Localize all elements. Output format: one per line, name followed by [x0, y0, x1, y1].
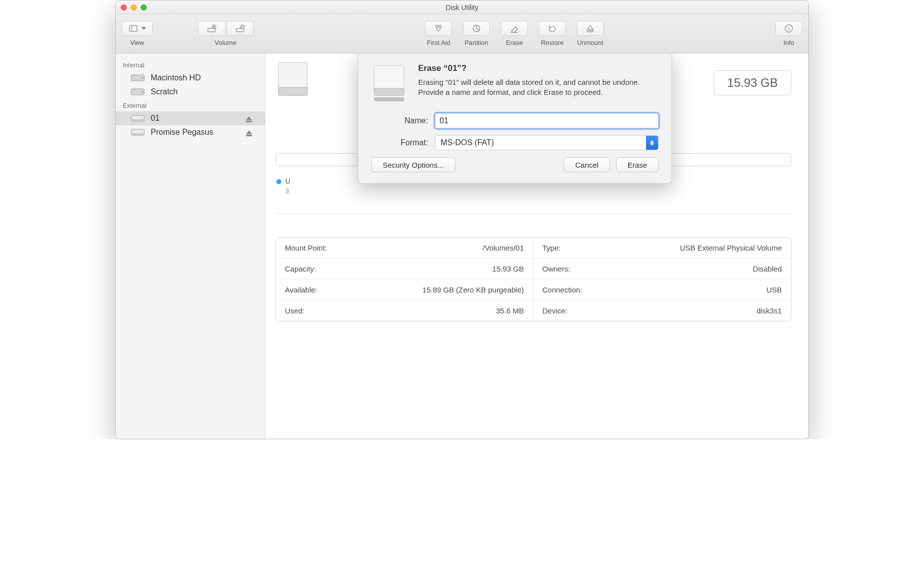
eject-icon[interactable] — [246, 116, 252, 120]
content: Internal Macintosh HD Scratch External 0… — [116, 53, 808, 439]
info-val: 35.6 MB — [496, 306, 524, 315]
external-disk-icon — [131, 114, 145, 123]
hard-disk-icon — [131, 73, 145, 82]
eject-icon[interactable] — [246, 130, 252, 134]
info-label: Info — [783, 39, 794, 46]
sidebar-item-macintosh-hd[interactable]: Macintosh HD — [116, 71, 265, 85]
info-val: /Volumes/01 — [482, 244, 524, 252]
toolbar-view-group: View — [122, 21, 153, 46]
info-val: disk3s1 — [756, 306, 782, 315]
info-key: Type: — [542, 244, 561, 252]
erase-icon — [509, 23, 519, 33]
dialog-actions: Security Options... Cancel Erase — [371, 157, 659, 172]
traffic-lights — [121, 4, 147, 10]
dialog-text-block: Erase “01”? Erasing “01” will delete all… — [418, 63, 659, 103]
sidebar-item-01[interactable]: 01 — [116, 111, 265, 125]
erase-button[interactable] — [501, 21, 528, 36]
sidebar-icon — [128, 23, 138, 33]
unmount-label: Unmount — [577, 39, 604, 46]
dialog-disk-icon — [371, 63, 407, 103]
chevron-down-icon — [141, 27, 146, 30]
sidebar-section-internal: Internal — [116, 58, 265, 71]
info-col-left: Mount Point:/Volumes/01 Capacity:15.93 G… — [276, 238, 533, 321]
info-key: Mount Point: — [285, 244, 327, 252]
first-aid-button[interactable] — [425, 21, 452, 36]
name-label: Name: — [371, 116, 435, 125]
sidebar-item-scratch[interactable]: Scratch — [116, 85, 265, 99]
svg-rect-13 — [587, 30, 593, 31]
toolbar-center: First Aid Partition Erase Restore Unmoun… — [425, 21, 604, 46]
size-badge: 15.93 GB — [714, 70, 791, 95]
info-key: Device: — [542, 306, 567, 315]
dialog-form: Name: Format: MS-DOS (FAT) — [371, 113, 659, 150]
svg-point-18 — [142, 77, 143, 79]
restore-button[interactable] — [539, 21, 566, 36]
divider — [275, 213, 791, 214]
sidebar: Internal Macintosh HD Scratch External 0… — [116, 53, 265, 439]
erase-confirm-button[interactable]: Erase — [616, 157, 659, 172]
unmount-button[interactable] — [577, 21, 604, 36]
hard-disk-icon — [131, 87, 145, 96]
svg-rect-22 — [131, 119, 144, 121]
info-col-right: Type:USB External Physical Volume Owners… — [533, 238, 791, 321]
info-val: Disabled — [753, 265, 782, 273]
svg-rect-26 — [278, 87, 307, 95]
erase-label: Erase — [506, 39, 523, 46]
volume-add-button[interactable] — [198, 21, 225, 36]
sidebar-item-label: Scratch — [151, 87, 178, 96]
partition-icon — [471, 23, 481, 33]
cancel-button[interactable]: Cancel — [564, 157, 610, 172]
name-field[interactable] — [435, 113, 659, 128]
titlebar: Disk Utility — [116, 0, 808, 14]
info-icon — [784, 23, 794, 33]
select-chevron-icon — [646, 136, 658, 150]
erase-dialog: Erase “01”? Erasing “01” will delete all… — [358, 53, 672, 184]
info-button[interactable] — [775, 21, 802, 36]
info-val: USB External Physical Volume — [680, 244, 782, 252]
svg-point-15 — [788, 26, 789, 27]
main-panel: 15.93 GB U 3 Mount Point:/Volumes/01 Cap… — [265, 53, 808, 439]
format-select[interactable]: MS-DOS (FAT) — [435, 135, 659, 150]
view-label: View — [130, 39, 144, 46]
restore-icon — [547, 23, 557, 33]
svg-point-9 — [436, 25, 438, 27]
used-legend-dot — [276, 179, 281, 184]
svg-rect-24 — [131, 133, 144, 135]
used-legend-sub: 3 — [285, 187, 289, 195]
first-aid-label: First Aid — [427, 39, 451, 46]
close-window[interactable] — [121, 4, 127, 10]
toolbar-info-group: Info — [775, 21, 802, 46]
window: Disk Utility View Volume — [115, 0, 809, 439]
dialog-message: Erasing “01” will delete all data stored… — [418, 77, 659, 98]
info-val: 15.93 GB — [492, 265, 524, 273]
volume-remove-button[interactable] — [227, 21, 253, 36]
volume-header-icon — [275, 58, 310, 103]
security-options-button[interactable]: Security Options... — [371, 157, 456, 172]
view-button[interactable] — [122, 21, 153, 36]
info-val: 15.89 GB (Zero KB purgeable) — [423, 286, 524, 294]
info-key: Owners: — [542, 265, 570, 273]
volume-label: Volume — [215, 39, 236, 46]
info-key: Used: — [285, 306, 304, 315]
sidebar-item-label: 01 — [151, 114, 160, 123]
toolbar-volume-group: Volume — [198, 21, 253, 46]
sidebar-item-promise-pegasus[interactable]: Promise Pegasus — [116, 125, 265, 139]
svg-rect-29 — [374, 97, 404, 101]
partition-button[interactable] — [463, 21, 490, 36]
first-aid-icon — [434, 23, 444, 33]
svg-rect-0 — [130, 25, 137, 31]
format-value: MS-DOS (FAT) — [441, 138, 494, 147]
zoom-window[interactable] — [141, 4, 147, 10]
svg-point-10 — [439, 25, 442, 27]
sidebar-section-external: External — [116, 99, 265, 111]
info-grid: Mount Point:/Volumes/01 Capacity:15.93 G… — [275, 237, 791, 321]
window-title: Disk Utility — [116, 3, 808, 11]
sidebar-item-label: Promise Pegasus — [151, 128, 213, 137]
eject-icon — [585, 23, 595, 33]
external-disk-icon — [131, 128, 145, 137]
volume-add-icon — [207, 23, 217, 33]
dialog-title: Erase “01”? — [418, 63, 659, 73]
minimize-window[interactable] — [131, 4, 137, 10]
format-label: Format: — [371, 138, 435, 147]
info-key: Available: — [285, 286, 317, 294]
